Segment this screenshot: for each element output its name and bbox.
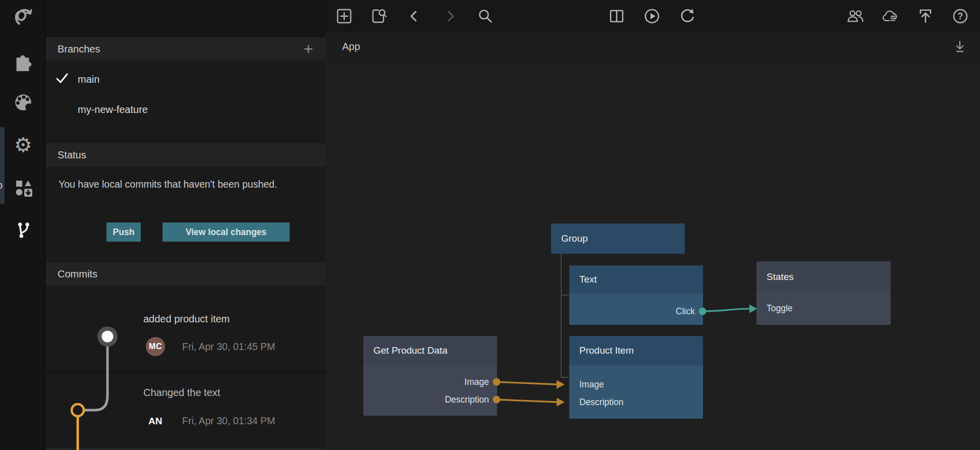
styles-palette-icon[interactable]: [11, 90, 35, 115]
node-group[interactable]: Group: [551, 223, 685, 254]
run-preview-icon[interactable]: [643, 8, 661, 25]
node-product-item[interactable]: Product Item Image Description: [569, 336, 703, 419]
node-label: States: [767, 271, 794, 283]
component-search-icon[interactable]: [370, 8, 387, 25]
next-section-edge: [45, 448, 325, 450]
component-breadcrumb-bar: App: [325, 32, 980, 63]
commit-row[interactable]: added product item MC Fri, Apr 30, 01:45…: [45, 286, 325, 372]
commit-row[interactable]: Changed the text AN Fri, Apr 30, 01:34 P…: [45, 373, 325, 448]
deploy-icon[interactable]: [917, 8, 934, 25]
help-glyph: ?: [958, 11, 963, 22]
branches-section-header: Branches: [45, 37, 325, 61]
input-port-toggle[interactable]: Toggle: [767, 302, 793, 315]
icon-rail: ⚙: [0, 0, 44, 450]
add-branch-button[interactable]: +: [301, 42, 315, 57]
node-label: Get Product Data: [373, 345, 448, 356]
canvas-toolbar: ?: [325, 0, 980, 32]
offscreen-panel-sliver: t o: [0, 127, 5, 204]
branch-item-main[interactable]: main: [45, 66, 325, 92]
node-states[interactable]: States Toggle: [756, 261, 891, 325]
commit-message: Changed the text: [143, 387, 220, 399]
gear-glyph: ⚙: [14, 135, 32, 155]
nav-back-icon[interactable]: [406, 8, 423, 25]
search-icon[interactable]: [476, 8, 494, 25]
view-local-changes-button[interactable]: View local changes: [162, 222, 290, 242]
noodl-editor-window: ⚙ t o Branch: [0, 0, 980, 450]
breadcrumb[interactable]: App: [342, 41, 360, 52]
commit-timestamp: Fri, Apr 30, 01:45 PM: [182, 341, 275, 353]
collaborators-icon[interactable]: [847, 8, 864, 25]
branch-name: my-new-feature: [78, 104, 148, 116]
noodl-logo-icon[interactable]: [11, 5, 35, 29]
plus-icon: +: [304, 40, 313, 58]
settings-gear-icon[interactable]: ⚙: [11, 133, 35, 157]
node-library-icon[interactable]: [11, 176, 35, 200]
version-control-icon[interactable]: [11, 218, 35, 242]
push-button[interactable]: Push: [106, 222, 141, 242]
branch-item-my-new-feature[interactable]: my-new-feature: [45, 96, 325, 123]
panel-top-spacer: [45, 0, 325, 37]
status-section-header: Status: [45, 143, 325, 166]
refresh-icon[interactable]: [679, 8, 696, 25]
add-node-icon[interactable]: [336, 8, 353, 25]
commit-message: added product item: [143, 313, 230, 325]
input-port-description[interactable]: Description: [579, 396, 624, 409]
current-branch-check-icon: [56, 73, 73, 86]
cloud-services-icon[interactable]: [882, 8, 899, 25]
branch-name: main: [78, 74, 99, 85]
node-get-product-data[interactable]: Get Product Data Image Description: [363, 336, 497, 416]
node-label: Product Item: [579, 345, 634, 356]
output-port-click[interactable]: Click: [676, 305, 695, 318]
commits-title: Commits: [58, 268, 97, 280]
commit-avatar: MC: [146, 337, 165, 356]
branches-title: Branches: [58, 43, 100, 55]
commits-section-header: Commits: [45, 262, 325, 286]
node-text[interactable]: Text Click: [569, 265, 703, 325]
status-message: You have local commits that haven't been…: [59, 178, 301, 192]
commit-avatar-initials: AN: [148, 416, 162, 427]
help-icon[interactable]: ?: [952, 8, 969, 25]
commit-timestamp: Fri, Apr 30, 01:34 PM: [182, 415, 275, 427]
node-label: Text: [579, 274, 597, 285]
output-port-description[interactable]: Description: [445, 393, 489, 406]
input-port-image[interactable]: Image: [579, 378, 604, 391]
status-title: Status: [58, 149, 86, 161]
nav-forward-icon[interactable]: [442, 8, 459, 25]
node-label: Group: [561, 233, 588, 244]
components-puzzle-icon[interactable]: [11, 48, 35, 73]
download-icon[interactable]: [953, 39, 967, 57]
version-control-panel: Branches + main my-new-feature Status Yo…: [44, 0, 325, 450]
split-view-icon[interactable]: [608, 8, 625, 25]
output-port-image[interactable]: Image: [464, 375, 489, 388]
